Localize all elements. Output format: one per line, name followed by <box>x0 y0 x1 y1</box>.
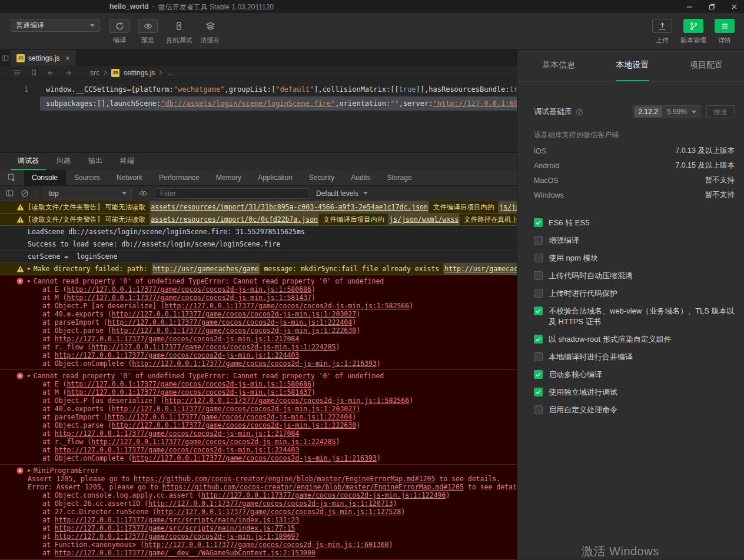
devtools-tab-security[interactable]: Security <box>301 170 343 185</box>
console-file-link[interactable]: js/json/wxml/wxss <box>388 214 460 225</box>
console-link[interactable]: http://127.0.0.1:17377/game/cocos/cocos2… <box>67 388 311 396</box>
code-link[interactable]: "db://assets/login/scene/loginScene.fire… <box>161 99 335 108</box>
console-link[interactable]: https://github.com/cocos-creator/engine/… <box>162 483 463 491</box>
console-link[interactable]: http://127.0.0.1:17377/game/__dev__/WAGa… <box>55 549 315 557</box>
console-link[interactable]: http://127.0.0.1:17377/game/src/scripts/… <box>55 524 295 532</box>
collapse-sidebar-icon[interactable] <box>0 50 11 66</box>
console-link[interactable]: http://127.0.0.1:17377/game/cocos/cocos2… <box>144 541 388 549</box>
code-link[interactable]: "http://127.0.0.1:6080/" <box>433 99 517 108</box>
console-link[interactable]: https://github.com/cocos-creator/engine/… <box>134 475 435 483</box>
devtools-tab-storage[interactable]: Storage <box>379 170 420 185</box>
debug-tab-output[interactable]: 输出 <box>81 153 109 170</box>
checkbox[interactable] <box>534 218 543 227</box>
console-file-link[interactable]: js/json/wxml/wxss <box>498 201 517 213</box>
console-link[interactable]: http://127.0.0.1:17377/game/cocos/cocos2… <box>112 421 356 429</box>
devtools-tab-console[interactable]: Console <box>24 170 66 185</box>
console-link[interactable]: http://127.0.0.1:17377/game/cocos/cocos2… <box>67 380 311 388</box>
expand-caret-icon[interactable]: ▶ <box>28 263 31 275</box>
console-link[interactable]: http://127.0.0.1:17377/game/cocos/cocos2… <box>55 532 299 541</box>
help-icon[interactable] <box>576 108 583 116</box>
code-area[interactable]: 1window.__CCSettings={platform:"wechatga… <box>0 80 517 152</box>
checkbox[interactable] <box>534 352 543 361</box>
console-link[interactable]: http://127.0.0.1:17377/game/cocos/cocos2… <box>55 351 299 359</box>
breadcrumb-more[interactable]: … <box>167 69 174 77</box>
details-button[interactable]: 详情 <box>715 19 735 45</box>
close-button[interactable] <box>730 2 738 11</box>
console-link[interactable]: http://127.0.0.1:17377/game/cocos/cocos2… <box>112 405 356 413</box>
console-link[interactable]: http://127.0.0.1:17377/game/cocos/cocos2… <box>67 294 311 302</box>
breadcrumb-folder[interactable]: src <box>90 69 99 77</box>
console-link[interactable]: http://127.0.0.1:17377/game/cocos/cocos2… <box>55 335 299 343</box>
panel-tab-local-settings[interactable]: 本地设置 <box>616 50 649 81</box>
clear-console-icon[interactable] <box>21 189 29 198</box>
debug-tab-debugger[interactable]: 调试器 <box>11 153 46 170</box>
inspect-element-icon[interactable] <box>0 170 24 185</box>
console-file-link[interactable]: assets/resources/import/0c/0cfd22b7a.jso… <box>150 214 319 225</box>
console-link[interactable]: http://127.0.0.1:17377/game/src/scripts/… <box>55 516 299 524</box>
console-link[interactable]: http://127.0.0.1:17377/game/cocos/cocos2… <box>91 438 336 446</box>
checkbox[interactable] <box>534 236 543 245</box>
console-link[interactable]: http://127.0.0.1:17377/game/cocos/cocos2… <box>55 429 299 438</box>
console-link[interactable]: http://127.0.0.1:17377/game/cocos/cocos2… <box>201 491 446 499</box>
devtools-tab-application[interactable]: Application <box>250 170 301 185</box>
panel-tab-basic-info[interactable]: 基本信息 <box>542 50 575 81</box>
push-button[interactable]: 推送 <box>706 105 735 118</box>
console-link[interactable]: http://127.0.0.1:17377/game/cocos/cocos2… <box>157 508 401 516</box>
checkbox[interactable] <box>534 388 543 396</box>
expand-caret-icon[interactable]: ▶ <box>28 466 31 475</box>
console-link[interactable]: http://127.0.0.1:17377/game/cocos/cocos2… <box>55 446 299 454</box>
upload-button[interactable]: 上传 <box>652 19 672 45</box>
console-link[interactable]: http://127.0.0.1:17377/game/cocos/cocos2… <box>108 413 352 421</box>
console-link[interactable]: http://127.0.0.1:17377/game/cocos/cocos2… <box>112 326 356 335</box>
nav-forward-icon[interactable] <box>64 69 72 76</box>
console-link[interactable]: http://127.0.0.1:17377/game/cocos/cocos2… <box>112 310 356 318</box>
preview-button[interactable]: 预览 <box>138 19 158 45</box>
outline-list-icon[interactable] <box>13 69 21 77</box>
devtools-tab-network[interactable]: Network <box>108 170 151 185</box>
devtools-tab-memory[interactable]: Memory <box>208 170 250 185</box>
console-link[interactable]: http://127.0.0.1:17377/game/cocos/cocos2… <box>148 499 393 508</box>
checkbox[interactable] <box>534 271 543 280</box>
console-output[interactable]: [读取文件/文件夹警告] 可能无法读取 assets/resources/imp… <box>0 201 517 559</box>
minimize-button[interactable] <box>685 2 693 11</box>
compile-button[interactable]: 编译 <box>109 19 129 45</box>
checkbox[interactable] <box>534 254 543 262</box>
devtools-tab-sources[interactable]: Sources <box>66 170 108 185</box>
code-line[interactable]: 1window.__CCSettings={platform:"wechatga… <box>0 82 517 96</box>
tab-settings-js[interactable]: JS settings.js <box>11 50 77 66</box>
console-link[interactable]: http://127.0.0.1:17377/game/cocos/cocos2… <box>165 302 409 310</box>
checkbox[interactable] <box>534 289 543 298</box>
code-line[interactable]: subpackages:[],launchScene:"db://assets/… <box>0 96 517 111</box>
nav-back-icon[interactable] <box>46 69 55 76</box>
debug-tab-problems[interactable]: 问题 <box>49 153 78 170</box>
checkbox[interactable] <box>534 405 543 414</box>
version-manage-button[interactable]: 版本管理 <box>680 19 706 45</box>
console-file-link[interactable]: assets/resources/import/31/31bc895a-c003… <box>150 201 429 213</box>
maximize-button[interactable] <box>708 2 716 11</box>
javascript-context-select[interactable]: top <box>44 188 132 199</box>
base-lib-version-select[interactable]: 2.12.2 5.59% <box>633 105 700 118</box>
debug-tab-terminal[interactable]: 终端 <box>113 153 141 170</box>
console-link[interactable]: http://127.0.0.1:17377/game/cocos/cocos2… <box>132 454 376 462</box>
console-link[interactable]: http://127.0.0.1:17377/game/cocos/cocos2… <box>67 285 311 294</box>
console-file-link[interactable]: http://usr/gamecaches/game <box>152 263 260 275</box>
panel-tab-project-config[interactable]: 项目配置 <box>690 50 723 81</box>
devtools-tab-performance[interactable]: Performance <box>151 170 208 185</box>
checkbox[interactable] <box>534 370 543 379</box>
compile-mode-select[interactable]: 普通编译 <box>11 19 100 32</box>
console-sidebar-icon[interactable] <box>6 189 14 197</box>
clear-cache-button[interactable]: 清缓存 <box>200 19 220 45</box>
devtools-tab-audits[interactable]: Audits <box>343 170 378 185</box>
console-link[interactable]: http://127.0.0.1:17377/game/cocos/cocos2… <box>132 359 376 368</box>
console-filter-input[interactable] <box>155 188 309 199</box>
checkbox[interactable] <box>534 335 543 344</box>
breadcrumb-file[interactable]: settings.js <box>124 69 155 77</box>
console-link[interactable]: http://127.0.0.1:17377/game/cocos/cocos2… <box>108 318 352 326</box>
console-file-link[interactable]: http://usr/gamecaches/gam <box>443 263 517 275</box>
checkbox[interactable] <box>534 306 543 315</box>
expand-caret-icon[interactable]: ▶ <box>28 372 31 380</box>
log-levels-select[interactable]: Default levels <box>316 189 368 198</box>
close-tab-icon[interactable] <box>65 56 70 61</box>
console-link[interactable]: http://127.0.0.1:17377/game/cocos/cocos2… <box>165 396 409 405</box>
bookmark-icon[interactable] <box>31 69 37 76</box>
